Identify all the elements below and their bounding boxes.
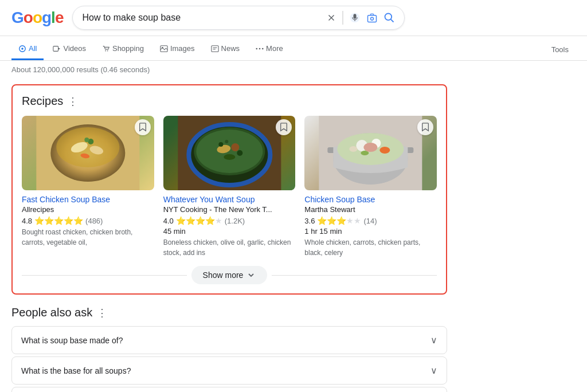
recipes-title: Recipes (22, 95, 63, 108)
paa-item-3[interactable]: What is the liquid base for soup? ∨ (11, 387, 447, 392)
paa-header: People also ask ⋮ (11, 306, 447, 319)
svg-point-22 (262, 48, 264, 49)
clear-icon[interactable] (326, 13, 336, 23)
bookmark-icon-3[interactable] (417, 119, 433, 135)
show-more-button[interactable]: Show more (191, 266, 268, 284)
stars-3: ⭐⭐⭐★★ (317, 216, 361, 225)
search-input[interactable] (82, 13, 322, 23)
microphone-icon[interactable] (349, 12, 361, 23)
paa-menu-icon[interactable]: ⋮ (97, 307, 107, 319)
svg-marker-12 (58, 48, 61, 50)
nav-label-all: All (29, 44, 37, 53)
search-submit-icon[interactable] (383, 12, 395, 23)
paa-item-2[interactable]: What is the base for all soups? ∨ (11, 356, 447, 385)
svg-point-52 (364, 143, 378, 152)
paa-title: People also ask (11, 306, 92, 319)
svg-point-13 (105, 50, 106, 51)
show-more-label: Show more (203, 271, 244, 280)
bookmark-icon-1[interactable] (135, 119, 151, 135)
nav-label-shopping: Shopping (112, 44, 144, 53)
svg-rect-11 (53, 46, 58, 51)
svg-point-34 (196, 130, 263, 173)
nav-item-all[interactable]: All (11, 38, 44, 60)
svg-rect-2 (342, 11, 343, 25)
rating-count-3: (14) (363, 217, 377, 225)
people-also-ask-section: People also ask ⋮ What is soup base made… (11, 306, 447, 392)
paa-question-2[interactable]: What is the base for all soups? ∨ (12, 357, 447, 384)
rating-value-1: 4.8 (22, 217, 32, 225)
recipe-rating-3: 3.6 ⭐⭐⭐★★ (14) (304, 216, 437, 225)
recipe-ingredients-2: Boneless chicken, olive oil, garlic, chi… (163, 237, 296, 258)
main-content: Recipes ⋮ (0, 79, 459, 392)
svg-point-20 (256, 48, 258, 49)
recipe-time-3: 1 hr 15 min (304, 227, 437, 236)
recipe-ingredients-1: Bought roast chicken, chicken broth, car… (22, 227, 154, 248)
recipe-name-2[interactable]: Whatever You Want Soup (163, 195, 296, 204)
recipes-header: Recipes ⋮ (22, 95, 437, 108)
svg-point-25 (56, 127, 119, 167)
news-icon (211, 45, 219, 53)
nav-item-more[interactable]: More (249, 38, 290, 60)
show-more-area: Show more (22, 266, 437, 284)
svg-point-36 (231, 143, 239, 151)
rating-count-2: (1.2K) (225, 217, 245, 225)
divider-icon (342, 11, 343, 25)
paa-item-1[interactable]: What is soup base made of? ∨ (11, 326, 447, 354)
svg-rect-17 (211, 45, 218, 52)
search-icon-area (326, 11, 395, 25)
svg-rect-5 (368, 15, 377, 22)
header: Google (0, 0, 587, 36)
nav-tools-button[interactable]: Tools (545, 40, 576, 60)
show-more-line-right (272, 275, 437, 276)
paa-question-text-1: What is soup base made of? (21, 336, 123, 345)
chevron-icon-1: ∨ (431, 335, 437, 346)
recipe-source-2: NYT Cooking - The New York T... (163, 205, 296, 214)
nav-label-images: Images (170, 44, 195, 53)
recipe-image-container-3 (304, 116, 437, 190)
nav-label-news: News (221, 44, 240, 53)
recipes-card: Recipes ⋮ (11, 84, 447, 295)
nav-item-shopping[interactable]: Shopping (95, 38, 151, 60)
recipe-source-1: Allrecipes (22, 205, 154, 214)
videos-icon (53, 45, 61, 53)
svg-point-49 (380, 147, 390, 154)
chevron-down-icon (246, 271, 256, 280)
rating-value-3: 3.6 (304, 217, 315, 225)
camera-icon[interactable] (366, 12, 378, 23)
recipe-name-3[interactable]: Chicken Soup Base (304, 195, 437, 204)
recipe-name-1[interactable]: Fast Chicken Soup Base (22, 195, 154, 204)
svg-point-14 (107, 50, 108, 51)
svg-line-8 (391, 19, 394, 22)
svg-point-10 (21, 48, 24, 50)
google-logo: Google (11, 9, 63, 27)
nav-item-videos[interactable]: Videos (46, 38, 93, 60)
rating-value-2: 4.0 (163, 217, 174, 225)
recipes-menu-icon[interactable]: ⋮ (68, 95, 78, 108)
recipe-card-1[interactable]: Fast Chicken Soup Base Allrecipes 4.8 ⭐⭐… (22, 116, 154, 258)
svg-point-39 (237, 150, 242, 156)
nav-item-images[interactable]: Images (153, 38, 202, 60)
recipe-image-container-1 (22, 116, 154, 190)
recipe-image-container-2 (163, 116, 296, 190)
recipe-card-2[interactable]: Whatever You Want Soup NYT Cooking - The… (163, 116, 296, 258)
recipe-rating-1: 4.8 ⭐⭐⭐⭐⭐ (486) (22, 216, 154, 225)
search-bar (72, 6, 405, 30)
nav-bar: All Videos Shopping Images News More Too… (0, 36, 587, 61)
stars-2: ⭐⭐⭐⭐★ (176, 216, 222, 225)
svg-point-38 (218, 142, 223, 147)
shopping-icon (102, 45, 110, 53)
results-info: About 120,000,000 results (0.46 seconds) (0, 61, 587, 79)
nav-item-news[interactable]: News (204, 38, 247, 60)
paa-question-1[interactable]: What is soup base made of? ∨ (12, 327, 447, 354)
recipe-rating-2: 4.0 ⭐⭐⭐⭐★ (1.2K) (163, 216, 296, 225)
recipe-card-3[interactable]: Chicken Soup Base Martha Stewart 3.6 ⭐⭐⭐… (304, 116, 437, 258)
paa-question-3[interactable]: What is the liquid base for soup? ∨ (12, 387, 447, 392)
svg-point-37 (224, 154, 235, 160)
svg-point-6 (371, 17, 374, 20)
recipe-source-3: Martha Stewart (304, 205, 437, 214)
show-more-line-left (22, 275, 187, 276)
recipe-time-2: 45 min (163, 227, 296, 236)
nav-label-videos: Videos (63, 44, 86, 53)
paa-question-text-2: What is the base for all soups? (21, 366, 131, 375)
more-dots-icon (256, 45, 264, 53)
